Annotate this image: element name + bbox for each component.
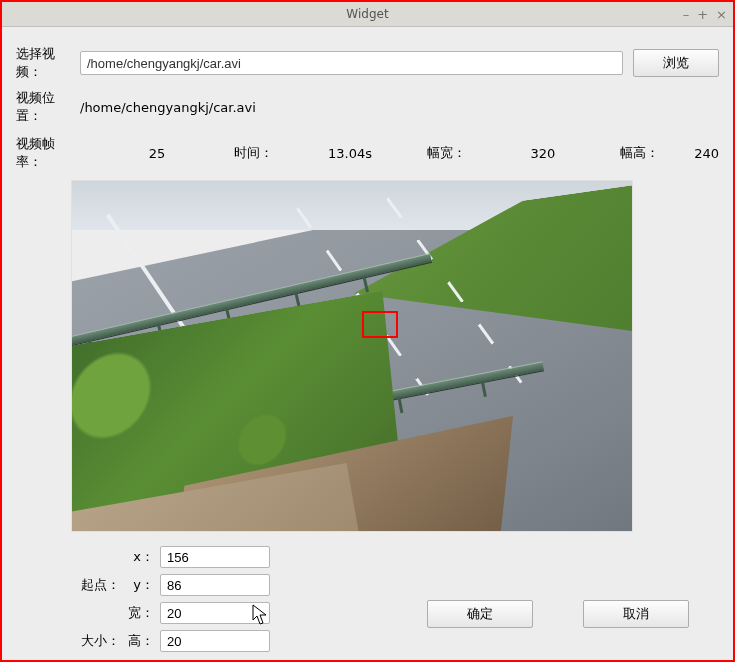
x-label: x：	[126, 548, 160, 566]
y-input[interactable]	[160, 574, 270, 596]
size-label: 大小：	[56, 632, 126, 650]
minimize-button[interactable]: –	[683, 8, 690, 21]
h-input[interactable]	[160, 630, 270, 652]
start-point-label: 起点：	[56, 576, 126, 594]
width-value: 320	[466, 146, 620, 161]
video-location-label: 视频位置：	[16, 89, 80, 125]
ok-button[interactable]: 确定	[427, 600, 533, 628]
video-path-input[interactable]	[80, 51, 623, 75]
height-value: 240	[659, 146, 719, 161]
video-preview[interactable]	[72, 181, 632, 531]
roi-form: x： 起点： y： 宽： 大小： 高：	[56, 545, 272, 653]
video-info-row: 视频帧率： 25 时间： 13.04s 幅宽： 320 幅高： 240	[16, 135, 719, 171]
h-label: 高：	[126, 632, 160, 650]
fps-value: 25	[80, 146, 234, 161]
cancel-button[interactable]: 取消	[583, 600, 689, 628]
y-label: y：	[126, 576, 160, 594]
time-value: 13.04s	[273, 146, 427, 161]
video-location-value: /home/chengyangkj/car.avi	[80, 100, 256, 115]
height-label: 幅高：	[620, 144, 659, 162]
window-title: Widget	[2, 7, 733, 21]
x-input[interactable]	[160, 546, 270, 568]
browse-button[interactable]: 浏览	[633, 49, 719, 77]
w-label: 宽：	[126, 604, 160, 622]
app-window: Widget – + × 选择视频： 浏览 视频位置： /home/chengy…	[0, 0, 735, 662]
roi-rectangle[interactable]	[362, 311, 398, 338]
client-area: 选择视频： 浏览 视频位置： /home/chengyangkj/car.avi…	[2, 27, 733, 662]
time-label: 时间：	[234, 144, 273, 162]
select-video-label: 选择视频：	[16, 45, 80, 81]
close-button[interactable]: ×	[716, 8, 727, 21]
title-bar[interactable]: Widget – + ×	[2, 2, 733, 27]
maximize-button[interactable]: +	[697, 8, 708, 21]
fps-label: 视频帧率：	[16, 135, 80, 171]
w-input[interactable]	[160, 602, 270, 624]
width-label: 幅宽：	[427, 144, 466, 162]
